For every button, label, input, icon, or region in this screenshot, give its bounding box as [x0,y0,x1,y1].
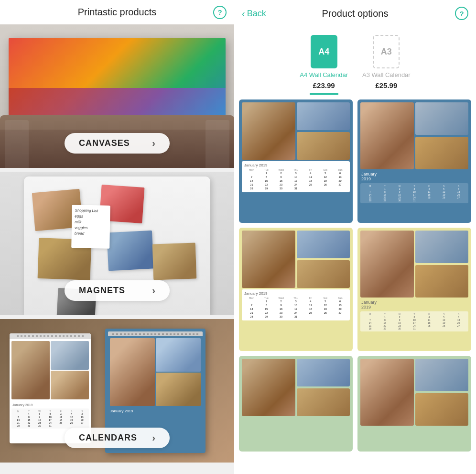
size-a4-name: A4 Wall Calendar [300,71,348,78]
back-label: Back [247,9,266,19]
cal3-side2 [297,260,350,288]
product-item-magnets[interactable]: Shopping Listeggsmilkveggiesbread MAGNET… [0,172,234,315]
cal4-mini-calendar: MTWTFSS 123456 78910111213 1415161718192… [360,311,468,331]
calendar-grid: January 2019 Mon Tue Wed Thu Fri Sat Sun… [234,95,476,474]
cal3-calendar-section: January 2019 MonTueWedThuFriSatSun 12345… [242,289,350,320]
cal1-calendar-section: January 2019 Mon Tue Wed Thu Fri Sat Sun… [242,161,350,192]
cal3-days: 123456 78910111213 14151617181920 212223… [244,299,347,319]
magnet-photo-4 [107,231,154,271]
left-help-button[interactable]: ? [213,6,227,19]
cal2-main-photo [360,102,414,169]
size-box-a3: A3 [373,35,400,68]
cal2-photos [108,336,203,408]
left-header: Printastic products ? [0,0,234,24]
cal-main-img [11,341,50,399]
size-box-a3-label: A3 [381,47,392,57]
cal4-photo-area [357,228,471,299]
product-item-calendars[interactable]: January 2019 MTWTFSS 123456 78910111213 … [0,319,234,463]
calendar-card-2[interactable]: January 2019 MTWTFSS 123456 78910111213 … [357,99,471,223]
left-panel-title: Printastic products [78,7,157,18]
cal4-month: January 2019 [357,299,471,311]
magnets-arrow-icon: › [152,285,155,296]
product-list: CANVASES › Shopping Listeggsmilkveggiesb… [0,24,234,474]
cal2-spiral [108,331,203,336]
calendar-card-5[interactable] [239,356,353,452]
canvases-label-bar[interactable]: CANVASES › [65,133,170,154]
magnet-notepad: Shopping Listeggsmilkveggiesbread [71,205,110,248]
cal5-side2 [297,388,350,416]
cal2-mini-calendar: MTWTFSS 123456 78910111213 1415161718192… [360,183,468,203]
cal4-side2 [415,265,469,298]
cal3-main-photo [242,231,295,288]
canvases-arrow-icon: › [152,138,155,149]
cal-days: MTWTFSS 123456 78910111213 1415161718192… [13,410,87,427]
cal1-side1 [297,102,350,130]
cal3-side1 [297,231,350,258]
cal-photo-grid [10,339,91,401]
left-help-icon: ? [217,8,222,16]
cal4-main-photo [360,231,414,298]
left-panel: Printastic products ? [0,0,234,474]
cal6-side1 [415,359,469,391]
cal5-main-photo [242,359,295,416]
cal5-photo-area [239,356,353,418]
cal2-side2 [415,137,469,169]
cal6-side2 [415,393,469,426]
calendar-card-3[interactable]: January 2019 MonTueWedThuFriSatSun 12345… [239,228,353,351]
calendar-card-4[interactable]: January 2019 MTWTFSS 123456 78910111213 … [357,228,471,351]
cal2-main [110,338,155,406]
cal2-days: 123456 78910111213 14151617181920 212223… [363,187,466,202]
size-box-a4: A4 [311,35,337,68]
cal-side-img2 [51,371,89,399]
size-selector: A4 A4 Wall Calendar £23.99 A3 A3 Wall Ca… [234,27,476,95]
cal4-side1 [415,231,469,263]
cal1-photo-area [239,99,353,161]
cal2-photo-area [357,99,471,171]
calendars-arrow-icon: › [152,432,155,443]
back-chevron-icon: ‹ [242,8,245,19]
cal2-month: January 2019 [357,171,471,183]
cal1-days: 123456 78910111213 14151617181920 212223… [244,171,347,190]
size-option-a3[interactable]: A3 A3 Wall Calendar £25.99 [362,35,411,95]
cal1-main-photo [242,102,295,160]
right-help-button[interactable]: ? [455,7,468,20]
cal6-main-photo [360,359,414,426]
cal-spiral [10,333,91,339]
size-box-a4-label: A4 [318,47,329,57]
cal6-photo-area [357,356,471,427]
cal3-month: January 2019 [244,291,347,296]
cal2-side2 [156,373,201,406]
magnet-photo-5 [152,243,197,280]
cal2-side1 [156,338,201,372]
product-item-canvases[interactable]: CANVASES › [0,24,234,168]
magnets-label-bar[interactable]: MAGNETS › [65,280,170,301]
size-a3-name: A3 Wall Calendar [362,71,411,78]
cal2-side1 [415,102,469,135]
sofa-cushion-left [5,120,29,168]
cal1-month: January 2019 [244,163,347,167]
cal-side-img1 [51,341,89,370]
size-option-a4[interactable]: A4 A4 Wall Calendar £23.99 [300,35,348,95]
size-a4-price: £23.99 [313,81,335,89]
calendars-label: CALENDARS [79,433,137,443]
cal3-photo-area [239,228,353,289]
back-button[interactable]: ‹ Back [242,8,266,19]
right-header: ‹ Back Product options ? [234,0,476,27]
right-panel: ‹ Back Product options ? A4 A4 Wall Cale… [234,0,476,474]
cal1-side2 [297,132,350,160]
right-help-icon: ? [459,10,464,18]
canvases-label: CANVASES [79,138,130,148]
calendar-card-1[interactable]: January 2019 Mon Tue Wed Thu Fri Sat Sun… [239,99,353,223]
calendars-label-bar[interactable]: CALENDARS › [65,428,170,448]
right-panel-title: Product options [322,8,389,19]
cal-mini: MTWTFSS 123456 78910111213 1415161718192… [11,408,89,429]
magnets-label: MAGNETS [79,286,125,296]
cal5-side1 [297,359,350,386]
calendar-card-6[interactable] [357,356,471,452]
sofa-cushion-right [206,120,229,168]
cal-mockup-1: January 2019 MTWTFSS 123456 78910111213 … [10,333,91,443]
cal4-days: 123456 78910111213 14151617181920 212223… [363,316,466,330]
size-a3-price: £25.99 [375,81,397,89]
